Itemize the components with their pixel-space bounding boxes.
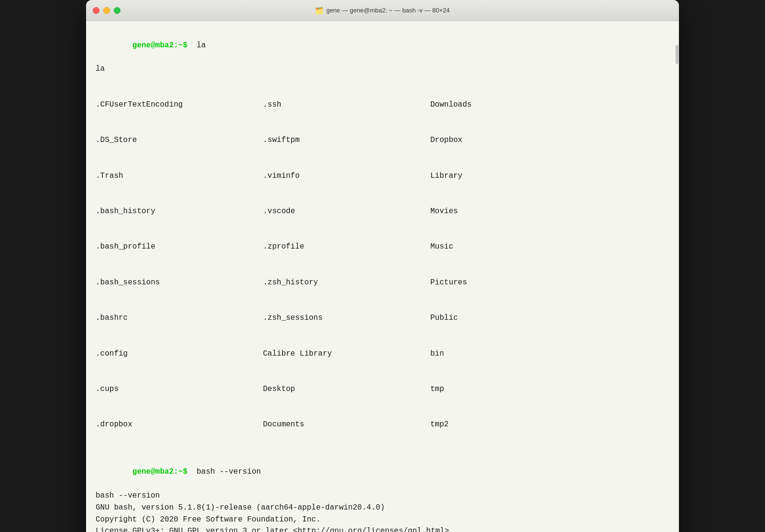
maximize-button[interactable] (114, 7, 120, 14)
scrollbar-thumb[interactable] (676, 45, 678, 64)
col-3: Downloads Dropbox Library Movies Music P… (430, 75, 574, 455)
prompt-2: gene@mba2:~$ (132, 467, 192, 476)
col-1: .CFUserTextEncoding .DS_Store .Trash .ba… (96, 75, 263, 455)
command-2: bash --version (192, 467, 261, 476)
traffic-lights (93, 7, 120, 14)
window-title-area: 🗂️ gene — gene@mba2: ~ — bash -v — 80×24 (315, 7, 449, 14)
scrollbar-track[interactable] (675, 42, 679, 532)
col-2: .ssh .swiftpm .viminfo .vscode .zprofile… (263, 75, 430, 455)
prompt-line-2: gene@mba2:~$ bash --version (96, 455, 669, 490)
prompt-line-1: gene@mba2:~$ la (96, 28, 669, 63)
bash-version-line: GNU bash, version 5.1.8(1)-release (aarc… (96, 502, 669, 514)
echo-la: la (96, 63, 669, 75)
file-listing: .CFUserTextEncoding .DS_Store .Trash .ba… (96, 75, 669, 455)
terminal-window: 🗂️ gene — gene@mba2: ~ — bash -v — 80×24… (86, 0, 679, 532)
prompt-1: gene@mba2:~$ (132, 41, 192, 50)
close-button[interactable] (93, 7, 99, 14)
echo-bash: bash --version (96, 490, 669, 502)
minimize-button[interactable] (103, 7, 110, 14)
title-icon: 🗂️ (315, 7, 323, 14)
titlebar: 🗂️ gene — gene@mba2: ~ — bash -v — 80×24 (86, 0, 679, 21)
command-1: la (192, 41, 206, 50)
terminal-body[interactable]: gene@mba2:~$ la la .CFUserTextEncoding .… (86, 21, 679, 532)
window-title: gene — gene@mba2: ~ — bash -v — 80×24 (326, 7, 449, 14)
license-line: License GPLv3+: GNU GPL version 3 or lat… (96, 525, 669, 532)
copyright-line: Copyright (C) 2020 Free Software Foundat… (96, 514, 669, 526)
